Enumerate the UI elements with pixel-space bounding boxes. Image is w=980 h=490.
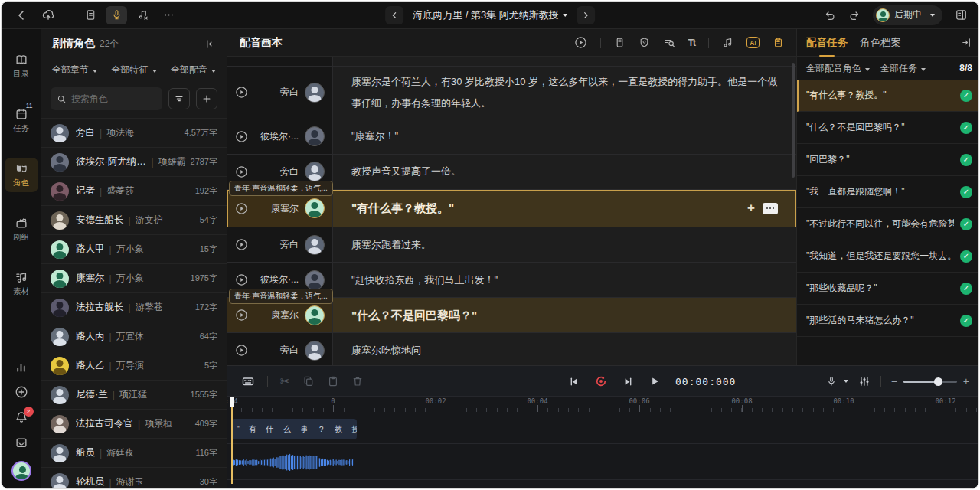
- script-row[interactable]: 彼埃尔·... "康塞尔！" +: [227, 119, 796, 155]
- mic-select-dropdown[interactable]: [826, 376, 848, 387]
- line-cell[interactable]: "什么？不是回巴黎吗？" +: [333, 298, 796, 332]
- filter-voice-dropdown[interactable]: 全部配音: [171, 64, 216, 77]
- timeline-ruler[interactable]: 000:0200:0400:0600:0800:1000:1200:14: [227, 397, 979, 412]
- search-input[interactable]: 搜索角色: [51, 87, 162, 110]
- speaker-avatar[interactable]: [305, 341, 325, 361]
- music-note-off-icon[interactable]: [132, 6, 153, 24]
- speaker-avatar[interactable]: [305, 235, 325, 255]
- row-play-icon[interactable]: [235, 344, 248, 357]
- task-item[interactable]: "有什么事？教授。" ✓: [797, 80, 979, 112]
- line-cell[interactable]: 康塞尔吃惊地问 +: [333, 333, 796, 365]
- filter-trait-dropdown[interactable]: 全部特征: [112, 64, 157, 77]
- task-item[interactable]: "我一直都是跟随您啊！" ✓: [797, 176, 979, 208]
- stats-icon[interactable]: [15, 361, 28, 374]
- task-item[interactable]: "那些收藏品呢？" ✓: [797, 273, 979, 305]
- character-row[interactable]: 彼埃尔·阿尤纳斯教授 | 项雄霸 2787字: [41, 147, 227, 176]
- row-play-icon[interactable]: [235, 309, 248, 322]
- tab-role-archive[interactable]: 角色档案: [860, 29, 901, 57]
- playhead[interactable]: [231, 397, 233, 484]
- speaker-avatar[interactable]: [305, 305, 325, 325]
- collapse-left-icon[interactable]: [204, 38, 216, 50]
- user-avatar[interactable]: [11, 461, 31, 481]
- mixer-icon[interactable]: [858, 375, 871, 387]
- task-item[interactable]: "什么？不是回巴黎吗？" ✓: [797, 112, 979, 144]
- copy-icon[interactable]: [302, 375, 315, 387]
- speaker-avatar[interactable]: [305, 270, 325, 290]
- character-row[interactable]: 路人乙 | 万导演 5字: [41, 351, 227, 380]
- ai-tool-icon[interactable]: AI: [746, 37, 760, 48]
- rail-item[interactable]: 角色: [5, 158, 38, 192]
- sort-filter-button[interactable]: [168, 88, 190, 109]
- task-item[interactable]: "不过此行不同以往，可能会有危险甚至会付出... ✓: [797, 208, 979, 240]
- inbox-icon[interactable]: [15, 436, 28, 449]
- row-play-icon[interactable]: [235, 238, 248, 251]
- paste-icon[interactable]: [327, 375, 339, 387]
- delete-icon[interactable]: [351, 375, 364, 387]
- skip-start-icon[interactable]: [568, 376, 580, 387]
- audio-track-lane[interactable]: [227, 443, 979, 480]
- line-cell[interactable]: "赶快收拾东西，我们马上出发！" +: [333, 263, 796, 297]
- character-row[interactable]: 轮机员 | 游谢玉 30字: [41, 467, 227, 489]
- text-style-icon[interactable]: Tt: [688, 38, 695, 48]
- filter-chapter-dropdown[interactable]: 全部章节: [52, 64, 97, 77]
- rail-item[interactable]: 剧组: [5, 212, 38, 247]
- badge-check-icon[interactable]: [639, 37, 650, 48]
- playhead-handle[interactable]: [230, 397, 234, 407]
- next-episode-button[interactable]: [577, 6, 595, 24]
- script-row[interactable]: 旁白 康塞尔吃惊地问 +: [227, 333, 796, 365]
- keyboard-shortcut-icon[interactable]: [763, 203, 778, 214]
- row-play-icon[interactable]: [235, 165, 248, 178]
- script-row[interactable]: 旁白 康塞尔跑着过来。 +: [227, 227, 796, 263]
- find-replace-icon[interactable]: [663, 37, 675, 49]
- melody-icon[interactable]: [722, 37, 733, 48]
- filter-task-dropdown[interactable]: 全部任务: [880, 62, 926, 75]
- rail-item[interactable]: 素材: [5, 266, 38, 301]
- collapse-right-icon[interactable]: [961, 37, 972, 48]
- character-row[interactable]: 记者 | 盛菱莎 192字: [41, 176, 227, 205]
- subtitle-clip[interactable]: " 有 什 么 事 ？ 教 授 。 ": [231, 419, 357, 439]
- row-play-icon[interactable]: [235, 130, 248, 143]
- script-mode-icon[interactable]: [614, 37, 626, 48]
- row-play-icon[interactable]: [235, 273, 248, 286]
- keyboard-icon[interactable]: [241, 374, 255, 388]
- character-row[interactable]: 尼德·兰 | 项江猛 1555字: [41, 380, 227, 409]
- preview-play-icon[interactable]: [574, 36, 587, 49]
- character-row[interactable]: 路人甲 | 万小象 15字: [41, 234, 227, 263]
- document-icon[interactable]: [80, 6, 101, 24]
- character-row[interactable]: 船员 | 游廷夜 116字: [41, 438, 227, 467]
- cut-icon[interactable]: ✂: [280, 374, 290, 388]
- character-row[interactable]: 法拉古司令官 | 项景桓 409字: [41, 409, 227, 438]
- speaker-avatar[interactable]: [305, 162, 325, 181]
- episode-title[interactable]: 海底两万里 / 第3集 阿尤纳斯教授: [413, 8, 567, 22]
- record-button[interactable]: [594, 374, 608, 388]
- speaker-avatar[interactable]: [305, 198, 325, 218]
- export-panel-icon[interactable]: [955, 8, 968, 21]
- zoom-out-button[interactable]: −: [891, 375, 897, 387]
- back-icon[interactable]: [15, 9, 28, 21]
- skip-end-icon[interactable]: [622, 376, 634, 387]
- redo-icon[interactable]: [848, 9, 861, 21]
- zoom-in-button[interactable]: +: [963, 375, 969, 387]
- character-row[interactable]: 法拉古舰长 | 游擎苍 172字: [41, 292, 227, 322]
- task-item[interactable]: "那些活的马来猪怎么办？" ✓: [797, 305, 979, 337]
- rail-item[interactable]: 目录: [5, 49, 38, 83]
- script-scrollbar[interactable]: [792, 63, 795, 178]
- script-row[interactable]: 旁白 康塞尔是个荷兰人，有30 岁比教授小10 岁，这么多年以来，一直是教授的得…: [227, 67, 796, 119]
- clipboard-icon[interactable]: [773, 37, 784, 48]
- script-row[interactable]: 青年·声音温和轻柔，语气... 康塞尔 "有什么事？教授。" +: [227, 190, 796, 228]
- more-icon[interactable]: [158, 6, 179, 24]
- speaker-avatar[interactable]: [305, 83, 325, 103]
- character-row[interactable]: 路人丙 | 万宜休 64字: [41, 322, 227, 351]
- line-cell[interactable]: 康塞尔跑着过来。 +: [333, 227, 796, 262]
- filter-dub-role-dropdown[interactable]: 全部配音角色: [806, 62, 870, 75]
- line-cell[interactable]: 康塞尔是个荷兰人，有30 岁比教授小10 岁，这么多年以来，一直是教授的得力助手…: [333, 67, 796, 119]
- line-cell[interactable]: "康塞尔！" +: [333, 119, 796, 154]
- tab-dubbing-tasks[interactable]: 配音任务: [806, 29, 848, 57]
- microphone-icon[interactable]: [106, 6, 127, 24]
- speaker-avatar[interactable]: [305, 126, 325, 146]
- character-row[interactable]: 旁白 | 项法海 4.57万字: [41, 118, 227, 147]
- zoom-slider-track[interactable]: [903, 381, 957, 383]
- script-scroll-area[interactable]: 旁白 康塞尔是个荷兰人，有30 岁比教授小10 岁，这么多年以来，一直是教授的得…: [227, 57, 796, 365]
- undo-icon[interactable]: [824, 9, 836, 21]
- stage-status-dropdown[interactable]: 后期中: [873, 5, 942, 25]
